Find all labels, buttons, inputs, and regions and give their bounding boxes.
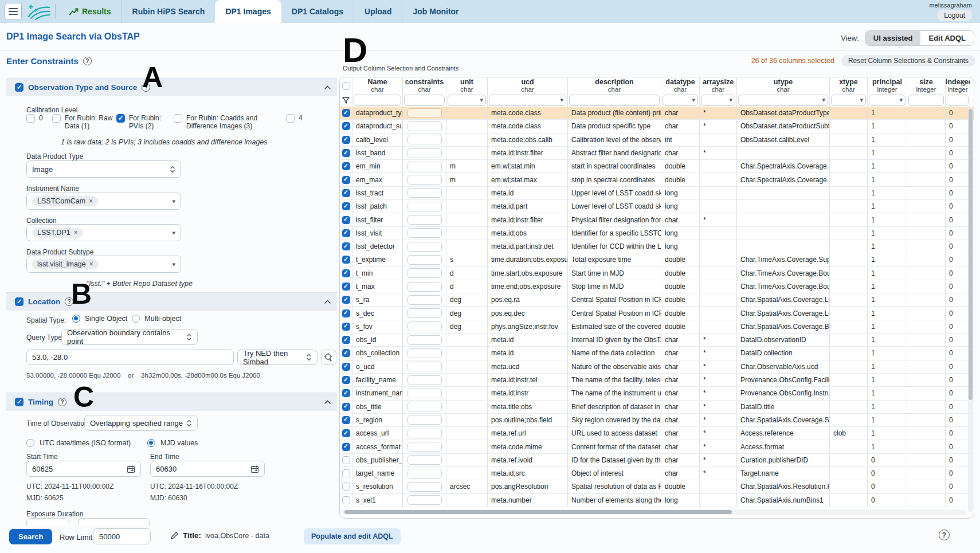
row-checkbox[interactable]	[342, 443, 350, 451]
constraint-input[interactable]	[407, 188, 442, 198]
row-checkbox[interactable]	[342, 162, 350, 170]
row-checkbox[interactable]	[342, 229, 350, 237]
constraint-input[interactable]	[407, 228, 442, 238]
row-checkbox[interactable]	[342, 189, 350, 197]
filter-select-ucd[interactable]: ▾	[489, 95, 566, 106]
table-row-em-min[interactable]: em_minmem.wl;stat.minstart in spectral c…	[340, 160, 974, 173]
constraint-input[interactable]	[407, 108, 442, 118]
table-row-s-resolution[interactable]: s_resolutionarcsecpos.angResolutionSpati…	[340, 480, 974, 493]
constraint-input[interactable]	[407, 495, 442, 505]
filter-text-constraints[interactable]	[404, 95, 445, 106]
row-checkbox[interactable]	[342, 363, 350, 371]
constraint-input[interactable]	[407, 469, 442, 479]
row-checkbox[interactable]	[342, 336, 350, 344]
calibration-checkbox-0[interactable]	[26, 114, 35, 123]
constraint-input[interactable]	[407, 308, 442, 318]
table-row-lsst-band[interactable]: lsst_bandmeta.id;instr.filterAbstract fi…	[340, 147, 974, 160]
query-type-select[interactable]: Observation boundary contains point	[61, 329, 198, 345]
help-icon[interactable]: ?	[83, 57, 92, 65]
constraint-input[interactable]	[407, 295, 442, 305]
row-checkbox[interactable]	[342, 496, 350, 504]
row-checkbox[interactable]	[342, 269, 350, 277]
table-row-access-format[interactable]: access_formatmeta.code.mimeContent forma…	[340, 440, 974, 453]
filter-select-unit[interactable]: ▾	[448, 95, 486, 106]
table-row-lsst-detector[interactable]: lsst_detectormeta.id.part;instr.detIdent…	[340, 240, 974, 253]
collection-select-chip-remove-icon[interactable]: ×	[74, 229, 78, 237]
location-section-checkbox[interactable]	[15, 297, 23, 306]
table-row-access-url[interactable]: access_urlmeta.ref.urlURL used to access…	[340, 427, 974, 440]
tab-rubin-hips-search[interactable]: Rubin HiPS Search	[121, 0, 215, 23]
constraint-input[interactable]	[407, 415, 442, 425]
resolver-select[interactable]: Try NED then Simbad	[237, 350, 317, 365]
table-row-s-ra[interactable]: s_radegpos.eq.raCentral Spatial Position…	[340, 293, 974, 307]
end-time-input[interactable]: 60630	[150, 461, 265, 477]
table-row-dataproduct-subtype[interactable]: dataproduct_subtypemeta.code.classData p…	[340, 120, 974, 133]
constraint-input[interactable]	[407, 321, 442, 331]
populate-adql-button[interactable]: Populate and edit ADQL	[304, 528, 401, 544]
table-row-lsst-patch[interactable]: lsst_patchmeta.id.partLower level of LSS…	[340, 200, 974, 213]
table-row-s-xel1[interactable]: s_xel1meta.numberNumber of elements alon…	[340, 494, 974, 507]
row-checkbox[interactable]	[342, 149, 350, 157]
calibration-checkbox-for-rubin-pvis-2[interactable]	[116, 114, 125, 123]
filter-text-size[interactable]	[908, 95, 944, 106]
constraint-input[interactable]	[407, 455, 442, 465]
constraint-input[interactable]	[407, 375, 442, 385]
row-checkbox[interactable]	[342, 296, 350, 304]
table-row-lsst-filter[interactable]: lsst_filtermeta.id;instr.filterPhysical …	[340, 213, 974, 226]
row-checkbox[interactable]	[342, 122, 350, 130]
tab-dp1-catalogs[interactable]: DP1 Catalogs	[281, 0, 354, 23]
table-row-obs-id[interactable]: obs_idmeta.idInternal ID given by the Ob…	[340, 334, 974, 347]
constraint-input[interactable]	[407, 202, 442, 211]
row-checkbox[interactable]	[342, 283, 350, 291]
table-row-t-max[interactable]: t_maxdtime.end;obs.exposureStop time in …	[340, 280, 974, 293]
table-row-s-dec[interactable]: s_decdegpos.eq.decCentral Spatial Positi…	[340, 307, 974, 320]
end-calendar-icon[interactable]	[250, 465, 259, 473]
time-format-radio-utc-date-times-iso-format[interactable]	[26, 439, 34, 447]
collection-select[interactable]: LSST.DP1×▾	[26, 224, 181, 241]
tab-results[interactable]: Results	[59, 0, 121, 23]
observation-type-section-checkbox[interactable]	[15, 83, 23, 92]
table-vertical-scrollbar[interactable]	[968, 108, 973, 512]
tab-job-monitor[interactable]: Job Monitor	[402, 0, 469, 23]
column-header-xtype[interactable]: xtypechar	[830, 77, 868, 93]
tab-upload[interactable]: Upload	[354, 0, 402, 23]
table-row-lsst-visit[interactable]: lsst_visitmeta.id;obsIdentifier for a sp…	[340, 227, 974, 240]
data-product-type-select[interactable]: Image	[26, 160, 181, 178]
table-row-s-fov[interactable]: s_fovdegphys.angSize;instr.fovEstimated …	[340, 320, 974, 334]
select-all-checkbox[interactable]	[342, 82, 350, 90]
filter-select-arraysize[interactable]: ▾	[701, 95, 735, 106]
column-header-name[interactable]: Namechar	[352, 77, 403, 93]
locate-on-sky-icon[interactable]	[321, 350, 336, 365]
time-of-observation-select[interactable]: Overlapping specified range	[84, 415, 198, 431]
time-format-radio-mjd-values[interactable]	[147, 439, 155, 447]
constraint-input[interactable]	[407, 482, 442, 492]
table-row-calib-level[interactable]: calib_levelmeta.code;obs.calibCalibratio…	[340, 134, 974, 147]
filter-text-indexed[interactable]	[947, 95, 969, 106]
row-checkbox[interactable]	[342, 202, 350, 210]
row-checkbox[interactable]	[342, 429, 350, 437]
hamburger-menu-icon[interactable]	[5, 3, 22, 20]
column-header-principal[interactable]: principalinteger	[868, 77, 907, 93]
table-row-lsst-tract[interactable]: lsst_tractmeta.idUpper level of LSST coa…	[340, 187, 974, 200]
timing-collapse-chevron-icon[interactable]	[324, 399, 331, 405]
constraint-input[interactable]	[407, 389, 442, 398]
row-checkbox[interactable]	[342, 403, 350, 411]
table-row-facility-name[interactable]: facility_namemeta.id;instr.telThe name o…	[340, 374, 974, 387]
timing-section-checkbox[interactable]	[15, 398, 23, 406]
constraint-input[interactable]	[407, 335, 442, 345]
calibration-checkbox-for-rubin-coadds-and-difference-images-3[interactable]	[174, 114, 182, 123]
exposure-input-1[interactable]	[26, 518, 69, 525]
constraint-input[interactable]	[407, 215, 442, 225]
table-row-obs-title[interactable]: obs_titlemeta.title;obsBrief description…	[340, 401, 974, 414]
row-checkbox[interactable]	[342, 216, 350, 224]
row-checkbox[interactable]	[342, 309, 350, 317]
table-row-s-region[interactable]: s_regionpos.outline;obs.fieldSky region …	[340, 414, 974, 427]
column-header-size[interactable]: sizeinteger	[907, 77, 946, 93]
constraint-input[interactable]	[407, 362, 442, 371]
row-checkbox[interactable]	[342, 109, 350, 117]
position-input[interactable]: 53.0, -28.0	[26, 350, 234, 365]
constraint-input[interactable]	[407, 242, 442, 252]
column-header-utype[interactable]: utypechar	[737, 77, 830, 93]
row-checkbox[interactable]	[342, 469, 350, 477]
constraint-input[interactable]	[407, 282, 442, 292]
